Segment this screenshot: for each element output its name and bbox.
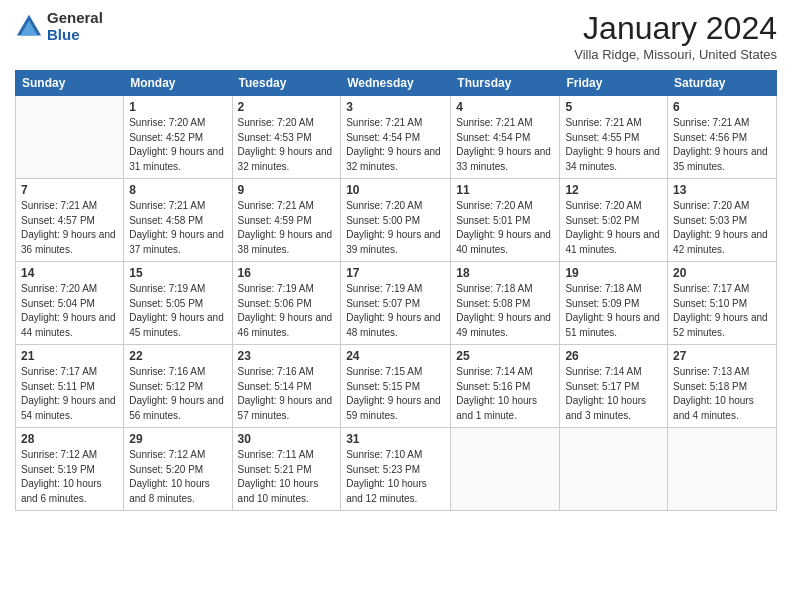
- cell-1-6: 13Sunrise: 7:20 AMSunset: 5:03 PMDayligh…: [668, 179, 777, 262]
- week-row-2: 14Sunrise: 7:20 AMSunset: 5:04 PMDayligh…: [16, 262, 777, 345]
- day-num-11: 11: [456, 183, 554, 197]
- cell-4-3: 31Sunrise: 7:10 AMSunset: 5:23 PMDayligh…: [341, 428, 451, 511]
- cell-4-5: [560, 428, 668, 511]
- day-info-10: Sunrise: 7:20 AMSunset: 5:00 PMDaylight:…: [346, 199, 445, 257]
- header-sunday: Sunday: [16, 71, 124, 96]
- cell-1-1: 8Sunrise: 7:21 AMSunset: 4:58 PMDaylight…: [124, 179, 232, 262]
- cell-2-6: 20Sunrise: 7:17 AMSunset: 5:10 PMDayligh…: [668, 262, 777, 345]
- cell-2-4: 18Sunrise: 7:18 AMSunset: 5:08 PMDayligh…: [451, 262, 560, 345]
- day-num-16: 16: [238, 266, 336, 280]
- cell-1-0: 7Sunrise: 7:21 AMSunset: 4:57 PMDaylight…: [16, 179, 124, 262]
- day-info-14: Sunrise: 7:20 AMSunset: 5:04 PMDaylight:…: [21, 282, 118, 340]
- day-info-8: Sunrise: 7:21 AMSunset: 4:58 PMDaylight:…: [129, 199, 226, 257]
- day-info-7: Sunrise: 7:21 AMSunset: 4:57 PMDaylight:…: [21, 199, 118, 257]
- day-num-18: 18: [456, 266, 554, 280]
- cell-3-0: 21Sunrise: 7:17 AMSunset: 5:11 PMDayligh…: [16, 345, 124, 428]
- day-info-26: Sunrise: 7:14 AMSunset: 5:17 PMDaylight:…: [565, 365, 662, 423]
- cell-3-4: 25Sunrise: 7:14 AMSunset: 5:16 PMDayligh…: [451, 345, 560, 428]
- cell-2-2: 16Sunrise: 7:19 AMSunset: 5:06 PMDayligh…: [232, 262, 341, 345]
- header-thursday: Thursday: [451, 71, 560, 96]
- day-num-17: 17: [346, 266, 445, 280]
- day-info-5: Sunrise: 7:21 AMSunset: 4:55 PMDaylight:…: [565, 116, 662, 174]
- logo-icon: [15, 13, 43, 41]
- header-tuesday: Tuesday: [232, 71, 341, 96]
- day-num-27: 27: [673, 349, 771, 363]
- day-num-12: 12: [565, 183, 662, 197]
- day-info-4: Sunrise: 7:21 AMSunset: 4:54 PMDaylight:…: [456, 116, 554, 174]
- day-num-13: 13: [673, 183, 771, 197]
- location: Villa Ridge, Missouri, United States: [574, 47, 777, 62]
- cell-0-4: 4Sunrise: 7:21 AMSunset: 4:54 PMDaylight…: [451, 96, 560, 179]
- day-info-3: Sunrise: 7:21 AMSunset: 4:54 PMDaylight:…: [346, 116, 445, 174]
- day-num-6: 6: [673, 100, 771, 114]
- week-row-0: 1Sunrise: 7:20 AMSunset: 4:52 PMDaylight…: [16, 96, 777, 179]
- day-num-22: 22: [129, 349, 226, 363]
- day-info-13: Sunrise: 7:20 AMSunset: 5:03 PMDaylight:…: [673, 199, 771, 257]
- cell-1-3: 10Sunrise: 7:20 AMSunset: 5:00 PMDayligh…: [341, 179, 451, 262]
- cell-2-3: 17Sunrise: 7:19 AMSunset: 5:07 PMDayligh…: [341, 262, 451, 345]
- header-wednesday: Wednesday: [341, 71, 451, 96]
- day-info-6: Sunrise: 7:21 AMSunset: 4:56 PMDaylight:…: [673, 116, 771, 174]
- cell-0-0: [16, 96, 124, 179]
- day-info-12: Sunrise: 7:20 AMSunset: 5:02 PMDaylight:…: [565, 199, 662, 257]
- day-num-24: 24: [346, 349, 445, 363]
- day-num-29: 29: [129, 432, 226, 446]
- day-info-31: Sunrise: 7:10 AMSunset: 5:23 PMDaylight:…: [346, 448, 445, 506]
- day-info-22: Sunrise: 7:16 AMSunset: 5:12 PMDaylight:…: [129, 365, 226, 423]
- day-info-17: Sunrise: 7:19 AMSunset: 5:07 PMDaylight:…: [346, 282, 445, 340]
- cell-4-2: 30Sunrise: 7:11 AMSunset: 5:21 PMDayligh…: [232, 428, 341, 511]
- cell-1-5: 12Sunrise: 7:20 AMSunset: 5:02 PMDayligh…: [560, 179, 668, 262]
- day-info-25: Sunrise: 7:14 AMSunset: 5:16 PMDaylight:…: [456, 365, 554, 423]
- day-info-21: Sunrise: 7:17 AMSunset: 5:11 PMDaylight:…: [21, 365, 118, 423]
- cell-2-1: 15Sunrise: 7:19 AMSunset: 5:05 PMDayligh…: [124, 262, 232, 345]
- day-num-4: 4: [456, 100, 554, 114]
- weekday-header-row: Sunday Monday Tuesday Wednesday Thursday…: [16, 71, 777, 96]
- cell-4-1: 29Sunrise: 7:12 AMSunset: 5:20 PMDayligh…: [124, 428, 232, 511]
- cell-0-2: 2Sunrise: 7:20 AMSunset: 4:53 PMDaylight…: [232, 96, 341, 179]
- day-num-28: 28: [21, 432, 118, 446]
- day-info-28: Sunrise: 7:12 AMSunset: 5:19 PMDaylight:…: [21, 448, 118, 506]
- day-info-2: Sunrise: 7:20 AMSunset: 4:53 PMDaylight:…: [238, 116, 336, 174]
- day-num-1: 1: [129, 100, 226, 114]
- calendar-table: Sunday Monday Tuesday Wednesday Thursday…: [15, 70, 777, 511]
- logo: General Blue: [15, 10, 103, 43]
- cell-2-0: 14Sunrise: 7:20 AMSunset: 5:04 PMDayligh…: [16, 262, 124, 345]
- day-info-1: Sunrise: 7:20 AMSunset: 4:52 PMDaylight:…: [129, 116, 226, 174]
- day-num-8: 8: [129, 183, 226, 197]
- day-num-25: 25: [456, 349, 554, 363]
- logo-blue: Blue: [47, 27, 103, 44]
- day-info-9: Sunrise: 7:21 AMSunset: 4:59 PMDaylight:…: [238, 199, 336, 257]
- day-num-15: 15: [129, 266, 226, 280]
- logo-text: General Blue: [47, 10, 103, 43]
- cell-0-3: 3Sunrise: 7:21 AMSunset: 4:54 PMDaylight…: [341, 96, 451, 179]
- day-info-20: Sunrise: 7:17 AMSunset: 5:10 PMDaylight:…: [673, 282, 771, 340]
- cell-1-2: 9Sunrise: 7:21 AMSunset: 4:59 PMDaylight…: [232, 179, 341, 262]
- day-info-29: Sunrise: 7:12 AMSunset: 5:20 PMDaylight:…: [129, 448, 226, 506]
- day-num-2: 2: [238, 100, 336, 114]
- month-title: January 2024: [574, 10, 777, 47]
- day-num-9: 9: [238, 183, 336, 197]
- day-info-27: Sunrise: 7:13 AMSunset: 5:18 PMDaylight:…: [673, 365, 771, 423]
- cell-4-6: [668, 428, 777, 511]
- cell-0-6: 6Sunrise: 7:21 AMSunset: 4:56 PMDaylight…: [668, 96, 777, 179]
- cell-3-5: 26Sunrise: 7:14 AMSunset: 5:17 PMDayligh…: [560, 345, 668, 428]
- day-info-15: Sunrise: 7:19 AMSunset: 5:05 PMDaylight:…: [129, 282, 226, 340]
- day-num-23: 23: [238, 349, 336, 363]
- week-row-4: 28Sunrise: 7:12 AMSunset: 5:19 PMDayligh…: [16, 428, 777, 511]
- cell-4-4: [451, 428, 560, 511]
- cell-0-1: 1Sunrise: 7:20 AMSunset: 4:52 PMDaylight…: [124, 96, 232, 179]
- day-info-19: Sunrise: 7:18 AMSunset: 5:09 PMDaylight:…: [565, 282, 662, 340]
- cell-3-6: 27Sunrise: 7:13 AMSunset: 5:18 PMDayligh…: [668, 345, 777, 428]
- logo-general: General: [47, 10, 103, 27]
- day-info-30: Sunrise: 7:11 AMSunset: 5:21 PMDaylight:…: [238, 448, 336, 506]
- day-num-10: 10: [346, 183, 445, 197]
- header-monday: Monday: [124, 71, 232, 96]
- cell-3-3: 24Sunrise: 7:15 AMSunset: 5:15 PMDayligh…: [341, 345, 451, 428]
- title-block: January 2024 Villa Ridge, Missouri, Unit…: [574, 10, 777, 62]
- page-header: General Blue January 2024 Villa Ridge, M…: [15, 10, 777, 62]
- header-saturday: Saturday: [668, 71, 777, 96]
- cell-3-1: 22Sunrise: 7:16 AMSunset: 5:12 PMDayligh…: [124, 345, 232, 428]
- day-num-7: 7: [21, 183, 118, 197]
- day-num-14: 14: [21, 266, 118, 280]
- day-num-19: 19: [565, 266, 662, 280]
